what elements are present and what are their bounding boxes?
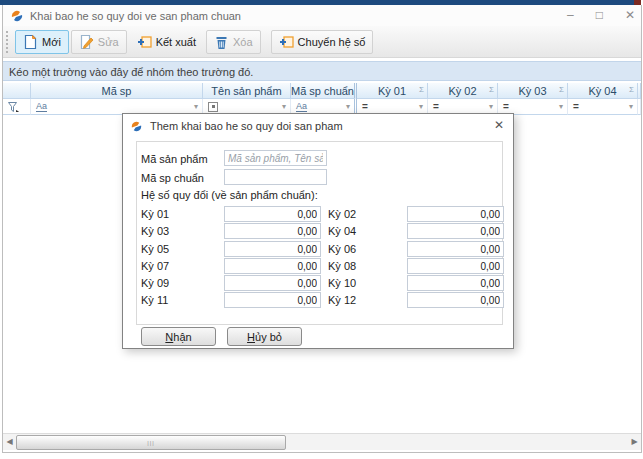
dialog-close-icon[interactable]: ✕ bbox=[494, 118, 504, 132]
window-title: Khai bao he so quy doi ve san pham chuan bbox=[30, 10, 241, 22]
filter-cell-partial: = bbox=[638, 99, 641, 115]
column-header-ky-04[interactable]: Kỳ 04 Σ bbox=[568, 83, 638, 99]
column-label: Kỳ 03 bbox=[518, 85, 546, 97]
period-input-ky-11[interactable] bbox=[224, 292, 321, 308]
period-input-ky-08[interactable] bbox=[407, 258, 504, 274]
horizontal-scrollbar[interactable]: ◀ ||| ▶ bbox=[3, 433, 641, 450]
new-document-icon bbox=[23, 34, 38, 50]
period-input-ky-02[interactable] bbox=[407, 206, 504, 222]
period-label-ky-07: Kỳ 07 bbox=[141, 260, 169, 272]
row-indicator-header bbox=[3, 83, 31, 99]
column-label: Mã sp chuẩn bbox=[291, 85, 354, 97]
summary-sigma-icon[interactable]: Σ bbox=[419, 85, 424, 94]
chevron-down-icon[interactable]: ▾ bbox=[419, 102, 423, 111]
period-label-ky-02: Kỳ 02 bbox=[328, 208, 356, 220]
export-button-label: Kết xuất bbox=[156, 36, 196, 48]
chevron-down-icon[interactable]: ▾ bbox=[282, 102, 286, 111]
scroll-right-icon[interactable]: ▶ bbox=[628, 434, 641, 450]
summary-sigma-icon[interactable]: Σ bbox=[489, 85, 494, 94]
text-filter-icon[interactable]: Aa bbox=[296, 102, 307, 112]
column-label: Kỳ 04 bbox=[588, 85, 616, 97]
box-filter-icon[interactable] bbox=[208, 102, 218, 112]
period-label-ky-06: Kỳ 06 bbox=[328, 243, 356, 255]
period-label-ky-04: Kỳ 04 bbox=[328, 225, 356, 237]
summary-sigma-icon[interactable]: Σ bbox=[559, 85, 564, 94]
column-header-ma-sp[interactable]: Mã sp bbox=[31, 83, 203, 99]
period-label-ky-11: Kỳ 11 bbox=[141, 294, 168, 306]
add-conversion-dialog: Them khai bao he so quy doi san pham ✕ M… bbox=[122, 113, 514, 349]
chevron-down-icon[interactable]: ▾ bbox=[629, 102, 633, 111]
delete-button-label: Xóa bbox=[233, 36, 253, 48]
close-icon[interactable]: ✕ bbox=[625, 5, 635, 26]
period-label-ky-01: Kỳ 01 bbox=[141, 208, 169, 220]
chevron-down-icon[interactable]: ▾ bbox=[346, 102, 350, 111]
grid-header: Mã sp Tên sản phẩm Mã sp chuẩn Kỳ 01 Σ K… bbox=[3, 83, 641, 115]
column-label: Kỳ 02 bbox=[448, 85, 476, 97]
column-header-ten-san-pham[interactable]: Tên sản phẩm bbox=[203, 83, 291, 99]
column-header-ky-01[interactable]: Kỳ 01 Σ bbox=[357, 83, 428, 99]
filter-indicator-cell bbox=[3, 99, 31, 115]
chevron-down-icon[interactable]: ▾ bbox=[559, 102, 563, 111]
accept-button[interactable]: Nhận bbox=[141, 327, 216, 346]
period-input-ky-05[interactable] bbox=[224, 241, 321, 257]
period-label-ky-10: Kỳ 10 bbox=[328, 277, 356, 289]
convert-ratio-button[interactable]: Chuyển hệ số bbox=[271, 30, 374, 54]
period-input-ky-07[interactable] bbox=[224, 258, 321, 274]
period-input-ky-12[interactable] bbox=[407, 292, 504, 308]
column-label: Kỳ 01 bbox=[378, 85, 406, 97]
accept-button-label: Nhận bbox=[142, 331, 215, 343]
column-label: Tên sản phẩm bbox=[211, 85, 281, 97]
toolbar-grip[interactable] bbox=[6, 31, 11, 53]
standard-code-label: Mã sp chuẩn bbox=[141, 172, 204, 184]
period-label-ky-05: Kỳ 05 bbox=[141, 243, 169, 255]
convert-icon bbox=[279, 34, 294, 50]
filter-funnel-icon[interactable] bbox=[8, 102, 19, 112]
app-logo-icon bbox=[11, 10, 23, 22]
chevron-down-icon[interactable]: ▾ bbox=[194, 102, 198, 111]
conversion-section-label: Hệ số quy đổi (về sản phẩm chuẩn): bbox=[141, 189, 318, 201]
cancel-button-label: Hủy bỏ bbox=[228, 331, 301, 343]
cancel-button[interactable]: Hủy bỏ bbox=[227, 327, 302, 346]
edit-button[interactable]: Sửa bbox=[71, 30, 127, 54]
period-input-ky-04[interactable] bbox=[407, 223, 504, 239]
scroll-left-icon[interactable]: ◀ bbox=[3, 434, 16, 450]
toolbar: Mới Sửa Kết xuất Xóa bbox=[3, 26, 641, 58]
export-button[interactable]: Kết xuất bbox=[129, 30, 204, 54]
column-header-ma-sp-chuan[interactable]: Mã sp chuẩn bbox=[291, 83, 357, 99]
period-label-ky-09: Kỳ 09 bbox=[141, 277, 169, 289]
dialog-title: Them khai bao he so quy doi san pham bbox=[150, 120, 343, 132]
column-header-ky-02[interactable]: Kỳ 02 Σ bbox=[428, 83, 498, 99]
period-input-ky-03[interactable] bbox=[224, 223, 321, 239]
window-controls: – □ ✕ bbox=[567, 5, 635, 26]
product-code-label: Mã sản phẩm bbox=[141, 153, 208, 165]
column-header-ky-03[interactable]: Kỳ 03 Σ bbox=[498, 83, 568, 99]
group-by-panel[interactable]: Kéo một trường vào đây để nhóm theo trườ… bbox=[3, 61, 641, 81]
equals-filter-icon[interactable]: = bbox=[573, 101, 579, 112]
equals-filter-icon[interactable]: = bbox=[503, 101, 509, 112]
period-input-ky-01[interactable] bbox=[224, 206, 321, 222]
period-label-ky-08: Kỳ 08 bbox=[328, 260, 356, 272]
text-filter-icon[interactable]: Aa bbox=[36, 102, 47, 112]
header-row: Mã sp Tên sản phẩm Mã sp chuẩn Kỳ 01 Σ K… bbox=[3, 83, 641, 99]
product-code-input[interactable] bbox=[224, 150, 327, 166]
period-input-ky-10[interactable] bbox=[407, 275, 504, 291]
equals-filter-icon[interactable]: = bbox=[362, 101, 368, 112]
period-input-ky-09[interactable] bbox=[224, 275, 321, 291]
period-input-ky-06[interactable] bbox=[407, 241, 504, 257]
summary-sigma-icon[interactable]: Σ bbox=[629, 85, 634, 94]
export-icon bbox=[137, 34, 152, 50]
filter-cell-ky-04[interactable]: = ▾ bbox=[568, 99, 638, 115]
title-bar: Khai bao he so quy doi ve san pham chuan… bbox=[3, 5, 641, 26]
new-button[interactable]: Mới bbox=[15, 30, 69, 54]
trash-icon bbox=[214, 34, 229, 50]
chevron-down-icon[interactable]: ▾ bbox=[489, 102, 493, 111]
minimize-icon[interactable]: – bbox=[567, 5, 574, 26]
period-label-ky-12: Kỳ 12 bbox=[328, 294, 356, 306]
edit-icon bbox=[79, 34, 94, 50]
maximize-icon[interactable]: □ bbox=[596, 5, 603, 26]
standard-code-input[interactable] bbox=[224, 169, 327, 185]
scrollbar-thumb[interactable]: ||| bbox=[16, 435, 286, 450]
new-button-label: Mới bbox=[42, 36, 61, 48]
equals-filter-icon[interactable]: = bbox=[433, 101, 439, 112]
delete-button[interactable]: Xóa bbox=[206, 30, 261, 54]
